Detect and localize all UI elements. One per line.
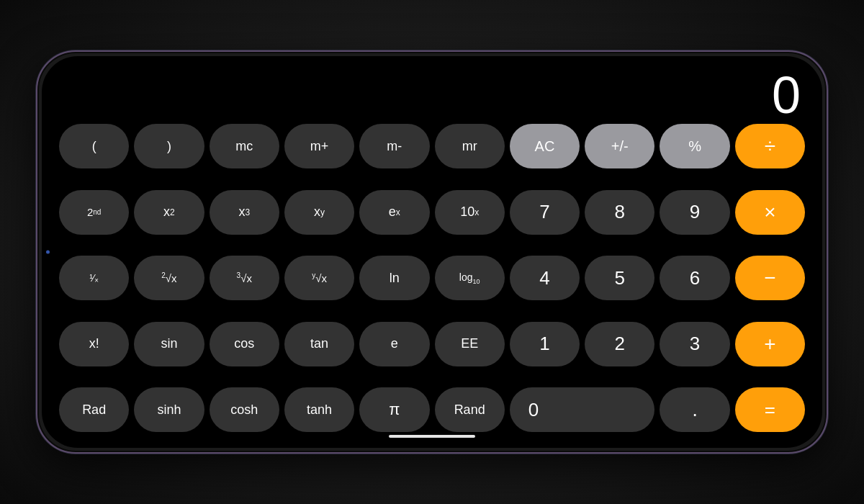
tanh-button[interactable]: tanh <box>284 387 354 432</box>
divide-button[interactable]: ÷ <box>735 124 805 168</box>
x-cubed-button[interactable]: x3 <box>210 190 279 235</box>
zero-button[interactable]: 0 <box>510 387 655 432</box>
reciprocal-button[interactable]: ¹⁄ₓ <box>59 256 129 300</box>
memory-subtract-button[interactable]: m- <box>359 124 429 168</box>
memory-recall-button[interactable]: mr <box>435 124 505 168</box>
pi-button[interactable]: π <box>359 387 429 432</box>
memory-clear-button[interactable]: mc <box>210 124 279 168</box>
sin-button[interactable]: sin <box>134 322 204 366</box>
three-button[interactable]: 3 <box>660 322 729 366</box>
nine-button[interactable]: 9 <box>660 190 729 235</box>
x-squared-button[interactable]: x2 <box>134 190 204 235</box>
cosh-button[interactable]: cosh <box>210 387 279 432</box>
display-number: 0 <box>772 69 799 121</box>
add-button[interactable]: + <box>735 322 805 366</box>
all-clear-button[interactable]: AC <box>510 124 580 168</box>
seven-button[interactable]: 7 <box>510 190 580 235</box>
buttons-grid: ()mcm+m-mrAC+/-%÷2ndx2x3xyex10x789×¹⁄ₓ2√… <box>59 124 805 432</box>
display-area: 0 <box>59 69 805 124</box>
square-root-button[interactable]: 2√x <box>134 256 204 300</box>
home-bar <box>389 435 475 438</box>
equals-button[interactable]: = <box>735 387 805 432</box>
euler-button[interactable]: e <box>359 322 429 366</box>
open-paren-button[interactable]: ( <box>59 124 129 168</box>
decimal-button[interactable]: . <box>660 387 729 432</box>
home-indicator <box>59 432 805 439</box>
one-button[interactable]: 1 <box>510 322 580 366</box>
multiply-button[interactable]: × <box>735 190 805 235</box>
random-button[interactable]: Rand <box>435 387 505 432</box>
radians-button[interactable]: Rad <box>59 387 129 432</box>
cube-root-button[interactable]: 3√x <box>210 256 279 300</box>
five-button[interactable]: 5 <box>585 256 654 300</box>
six-button[interactable]: 6 <box>660 256 729 300</box>
second-button[interactable]: 2nd <box>59 190 129 235</box>
memory-add-button[interactable]: m+ <box>284 124 354 168</box>
close-paren-button[interactable]: ) <box>134 124 204 168</box>
tan-button[interactable]: tan <box>284 322 354 366</box>
cos-button[interactable]: cos <box>210 322 279 366</box>
phone-frame: 0 ()mcm+m-mrAC+/-%÷2ndx2x3xyex10x789×¹⁄ₓ… <box>36 50 828 454</box>
y-root-button[interactable]: y√x <box>284 256 354 300</box>
log10-button[interactable]: log10 <box>435 256 505 300</box>
sinh-button[interactable]: sinh <box>134 387 204 432</box>
x-to-y-button[interactable]: xy <box>284 190 354 235</box>
ee-button[interactable]: EE <box>435 322 505 366</box>
subtract-button[interactable]: − <box>735 256 805 300</box>
two-button[interactable]: 2 <box>585 322 654 366</box>
plus-minus-button[interactable]: +/- <box>585 124 654 168</box>
eight-button[interactable]: 8 <box>585 190 654 235</box>
percent-button[interactable]: % <box>660 124 729 168</box>
phone-inner: 0 ()mcm+m-mrAC+/-%÷2ndx2x3xyex10x789×¹⁄ₓ… <box>42 56 822 448</box>
e-to-x-button[interactable]: ex <box>359 190 429 235</box>
ln-button[interactable]: ln <box>359 256 429 300</box>
four-button[interactable]: 4 <box>510 256 580 300</box>
side-dot <box>46 251 50 254</box>
factorial-button[interactable]: x! <box>59 322 129 366</box>
ten-to-x-button[interactable]: 10x <box>435 190 505 235</box>
